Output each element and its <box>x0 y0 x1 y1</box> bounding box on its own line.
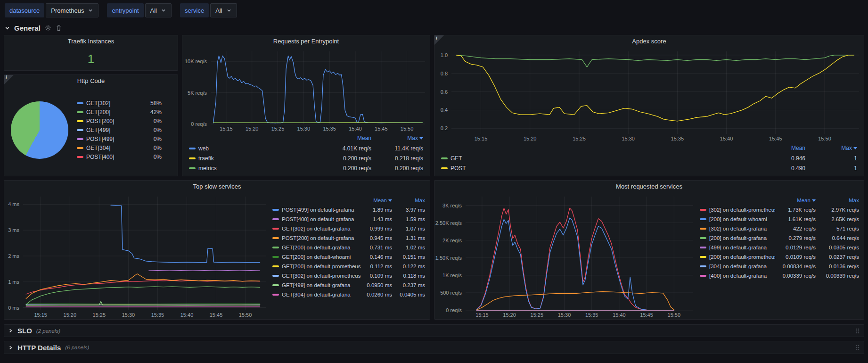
legend-item[interactable]: POST0.4901 <box>438 163 860 173</box>
panel-title[interactable]: Http Code <box>4 75 178 87</box>
row-slo-title[interactable]: SLO <box>17 327 32 335</box>
row-drag-handle-icon[interactable] <box>855 328 860 334</box>
panel-title[interactable]: Top slow services <box>4 181 430 193</box>
series-name[interactable]: GET[304] on default-grafana <box>282 292 351 297</box>
series-name[interactable]: [200] on default-whoami <box>709 216 767 222</box>
chevron-right-icon[interactable] <box>8 328 13 333</box>
legend-item[interactable]: [304] on default-grafana0.00834 req/s0.0… <box>700 262 859 271</box>
panel-title[interactable]: Traefik Instances <box>4 35 178 48</box>
legend-sort-max[interactable]: Max <box>371 135 423 141</box>
series-name[interactable]: POST[200] <box>86 118 114 124</box>
legend-item[interactable]: POST[499] on default-grafana1.89 ms3.97 … <box>272 205 425 214</box>
series-name[interactable]: [302] on default-prometheus <box>709 207 775 213</box>
series-name[interactable]: POST[499] on default-grafana <box>282 207 354 213</box>
series-name[interactable]: [302] on default-grafana <box>709 226 767 231</box>
legend-item[interactable]: POST[200]0% <box>77 117 162 126</box>
filter-entrypoint-value[interactable]: All <box>145 3 172 17</box>
filter-datasource-value[interactable]: Prometheus <box>46 3 98 17</box>
series-name[interactable]: GET[200] on default-grafana <box>282 245 351 250</box>
panel-info-icon[interactable]: i <box>434 35 444 45</box>
legend-item[interactable]: GET[200] on default-whoami0.146 ms0.151 … <box>272 252 425 262</box>
series-name[interactable]: POST[400] <box>86 154 114 160</box>
legend-item[interactable]: GET0.9461 <box>438 153 860 163</box>
row-general-title[interactable]: General <box>14 24 41 32</box>
series-name[interactable]: GET[200] on default-whoami <box>282 254 351 260</box>
panel-title[interactable]: Apdex score <box>434 35 864 48</box>
series-name[interactable]: [400] on default-grafana <box>709 273 767 279</box>
filter-service-label[interactable]: service <box>180 3 209 17</box>
legend-item[interactable]: [200] on default-grafana0.279 req/s0.644… <box>700 233 859 243</box>
legend-sort-max[interactable]: Max <box>805 145 857 151</box>
series-name[interactable]: [304] on default-grafana <box>709 264 767 269</box>
legend-sort-mean[interactable]: Mean <box>362 198 392 203</box>
series-name[interactable]: POST <box>450 165 466 172</box>
legend-item[interactable]: GET[200]42% <box>77 108 162 117</box>
panel-title[interactable]: Requests per Entrypoint <box>182 35 430 48</box>
series-name[interactable]: GET[304] <box>86 145 110 151</box>
series-name[interactable]: [200] on default-prometheus <box>709 254 775 260</box>
requests-chart[interactable]: 0 req/s5K req/s10K req/s15:1515:2015:251… <box>182 48 430 133</box>
legend-item[interactable]: POST[400]0% <box>77 153 162 162</box>
filter-datasource-label[interactable]: datasource <box>5 3 44 17</box>
panel-info-icon[interactable]: i <box>4 75 14 84</box>
gear-icon[interactable] <box>45 25 51 31</box>
legend-item[interactable]: [200] on default-prometheus0.0109 req/s0… <box>700 252 859 262</box>
series-name[interactable]: [499] on default-grafana <box>709 245 767 250</box>
legend-item[interactable]: GET[499]0% <box>77 126 162 135</box>
row-drag-handle-icon[interactable] <box>855 344 860 351</box>
series-name[interactable]: GET[302] on default-grafana <box>282 226 351 231</box>
apdex-chart[interactable]: 0.20.40.60.81.015:1515:2015:2515:3015:35… <box>434 48 864 143</box>
legend-item[interactable]: POST[200] on default-grafana0.945 ms1.31… <box>272 233 425 243</box>
series-name[interactable]: GET[200] on default-prometheus <box>282 264 361 269</box>
legend-item[interactable]: metrics0.200 req/s0.200 req/s <box>186 163 426 173</box>
series-name[interactable]: GET[499] <box>86 127 110 133</box>
series-name[interactable]: POST[200] on default-grafana <box>282 235 354 241</box>
series-name[interactable]: GET[302] <box>86 100 110 107</box>
series-name[interactable]: GET[499] on default-grafana <box>282 282 351 288</box>
series-name[interactable]: GET <box>450 155 462 162</box>
trash-icon[interactable] <box>56 25 62 31</box>
row-slo[interactable]: SLO (2 panels) <box>4 324 864 337</box>
series-name[interactable]: metrics <box>198 165 217 172</box>
legend-sort-max[interactable]: Max <box>392 198 425 203</box>
legend-item[interactable]: traefik0.200 req/s0.218 req/s <box>186 153 426 163</box>
legend-item[interactable]: [400] on default-grafana0.00339 req/s0.0… <box>700 271 859 280</box>
legend-item[interactable]: [302] on default-prometheus1.73K req/s2.… <box>700 205 859 214</box>
chevron-right-icon[interactable] <box>8 345 13 350</box>
row-http-details[interactable]: HTTP Details (6 panels) <box>4 341 864 354</box>
http-code-pie-chart[interactable] <box>11 101 68 159</box>
series-mean-value: 0.00834 req/s <box>775 264 816 269</box>
most-requested-chart[interactable]: 0 req/s500 req/s1K req/s1.50K req/s2K re… <box>434 193 698 319</box>
top-slow-chart[interactable]: 0 ms1 ms2 ms3 ms4 ms15:1515:2015:2515:30… <box>4 193 270 319</box>
series-name[interactable]: web <box>198 145 209 152</box>
panel-title[interactable]: Most requested services <box>434 181 864 193</box>
chevron-down-icon[interactable] <box>5 25 10 31</box>
legend-item[interactable]: [302] on default-grafana422 req/s571 req… <box>700 224 859 233</box>
row-http-details-title[interactable]: HTTP Details <box>17 344 61 352</box>
legend-item[interactable]: GET[302] on default-prometheus0.109 ms0.… <box>272 271 425 280</box>
legend-item[interactable]: GET[304]0% <box>77 144 162 153</box>
series-name[interactable]: POST[499] <box>86 136 114 142</box>
legend-item[interactable]: GET[200] on default-grafana0.731 ms1.02 … <box>272 243 425 252</box>
legend-item[interactable]: [499] on default-grafana0.0129 req/s0.03… <box>700 243 859 252</box>
legend-sort-mean[interactable]: Mean <box>775 198 816 203</box>
legend-item[interactable]: POST[499]0% <box>77 135 162 144</box>
legend-sort-max[interactable]: Max <box>816 198 859 203</box>
series-name[interactable]: POST[400] on default-grafana <box>282 216 354 222</box>
legend-item[interactable]: POST[400] on default-grafana1.43 ms1.59 … <box>272 214 425 224</box>
legend-item[interactable]: GET[302] on default-grafana0.999 ms1.07 … <box>272 224 425 233</box>
filter-service-value[interactable]: All <box>210 3 237 17</box>
legend-item[interactable]: [200] on default-whoami1.61K req/s2.65K … <box>700 214 859 224</box>
legend-sort-mean[interactable]: Mean <box>753 145 805 151</box>
series-name[interactable]: [200] on default-grafana <box>709 235 767 241</box>
series-name[interactable]: GET[200] <box>86 109 110 116</box>
legend-item[interactable]: GET[200] on default-prometheus0.112 ms0.… <box>272 262 425 271</box>
series-name[interactable]: traefik <box>198 155 214 162</box>
legend-item[interactable]: GET[499] on default-grafana0.0950 ms0.23… <box>272 280 425 290</box>
legend-item[interactable]: web4.01K req/s11.4K req/s <box>186 143 426 153</box>
legend-item[interactable]: GET[302]58% <box>77 99 162 108</box>
legend-sort-mean[interactable]: Mean <box>319 135 371 141</box>
series-name[interactable]: GET[302] on default-prometheus <box>282 273 361 279</box>
legend-item[interactable]: GET[304] on default-grafana0.0260 ms0.04… <box>272 290 425 299</box>
filter-entrypoint-label[interactable]: entrypoint <box>107 3 143 17</box>
